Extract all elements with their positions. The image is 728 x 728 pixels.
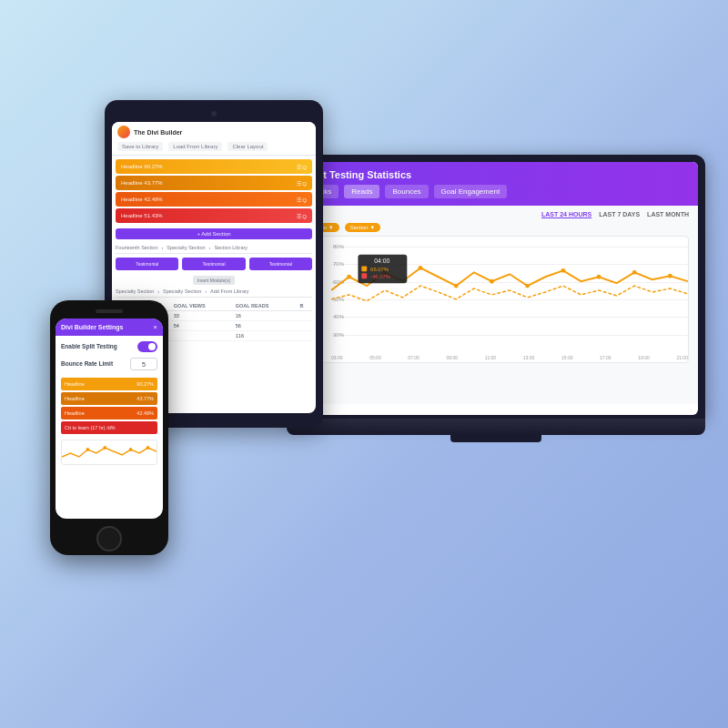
svg-point-9	[668, 274, 672, 278]
svg-point-8	[632, 270, 637, 275]
svg-text:04:00: 04:00	[374, 258, 389, 264]
tab-bounces[interactable]: Bounces	[385, 185, 428, 198]
toggle-knob	[148, 343, 156, 350]
add-section-btn[interactable]: + Add Section	[116, 228, 312, 239]
phone-home-button[interactable]	[96, 526, 122, 551]
svg-text:-46.07%: -46.07%	[370, 274, 391, 279]
brand-icon	[117, 126, 130, 138]
laptop: Split Testing Statistics Clicks Reads Bo…	[287, 155, 705, 446]
tab-goal-engagement[interactable]: Goal Engagement	[434, 185, 508, 198]
testimonial-3: Testimonial	[249, 258, 312, 270]
testimonial-2: Testimonial	[182, 258, 245, 270]
testimonial-blocks: Testimonial Testimonial Testimonial	[116, 258, 312, 270]
insert-module-btn[interactable]: Insert Module(s)	[193, 276, 235, 285]
section-nav2-item-3[interactable]: Add From Library	[210, 288, 249, 294]
phone-header: Divi Builder Settings ×	[56, 318, 163, 336]
svg-point-16	[86, 448, 89, 451]
svg-point-6	[561, 268, 565, 273]
save-library-btn[interactable]: Save to Library	[117, 142, 163, 151]
filter-7d[interactable]: LAST 7 DAYS	[599, 211, 640, 217]
phone-speaker	[96, 309, 123, 313]
phone-close-btn[interactable]: ×	[153, 323, 157, 331]
tablet-toolbar: The Divi Builder Save to Library Load Fr…	[112, 122, 316, 156]
laptop-screen: Split Testing Statistics Clicks Reads Bo…	[294, 162, 698, 415]
phone-block-3: Headline 42.49%	[61, 407, 157, 420]
section-nav2-item-1[interactable]: Specialty Section	[116, 288, 154, 294]
legend-section-2[interactable]: Section ▼	[345, 223, 381, 232]
section-nav-item-2[interactable]: Specialty Section	[167, 245, 205, 250]
color-block-3: Headline 42.49% ☰ Q	[116, 192, 312, 207]
load-library-btn[interactable]: Load From Library	[168, 142, 222, 151]
bounce-rate-label: Bounce Rate Limit	[61, 360, 113, 367]
color-block-4: Headline 51.43% ☰ Q	[116, 208, 312, 223]
color-blocks: Headline 90.27% ☰ Q Headline 43.77% ☰ Q …	[116, 159, 312, 223]
phone: Divi Builder Settings × Enable Split Tes…	[50, 300, 168, 555]
phone-content: Enable Split Testing Bounce Rate Limit 5…	[56, 336, 163, 470]
phone-mini-chart	[61, 440, 157, 465]
time-filters: LAST 24 HOURS LAST 7 DAYS LAST MONTH	[303, 211, 689, 217]
bounce-rate-input[interactable]: 5	[130, 358, 157, 370]
clear-layout-btn[interactable]: Clear Layout	[228, 142, 268, 151]
svg-point-5	[525, 284, 530, 288]
x-labels: 03:00 05:00 07:00 09:00 11:00 13:00 15:0…	[331, 355, 688, 360]
section-nav-item-1[interactable]: Fourteenth Section	[116, 245, 157, 250]
laptop-title: Split Testing Statistics	[305, 169, 687, 180]
filter-month[interactable]: LAST MONTH	[647, 211, 689, 217]
laptop-tabs: Clicks Reads Bounces Goal Engagement	[305, 185, 687, 198]
scene: Split Testing Statistics Clicks Reads Bo…	[23, 46, 705, 682]
svg-text:66.07%: 66.07%	[370, 267, 389, 272]
enable-split-testing-label: Enable Split Testing	[61, 343, 117, 349]
chart-area: 80% 70% 60% 50% 40% 30%	[303, 236, 689, 363]
chart-svg: 04:00 66.07% -46.07%	[331, 237, 688, 344]
insert-row: Insert Module(s)	[116, 276, 312, 285]
laptop-content: LAST 24 HOURS LAST 7 DAYS LAST MONTH Sec…	[294, 206, 698, 404]
svg-point-4	[490, 279, 494, 284]
svg-point-7	[597, 275, 602, 279]
tablet-camera	[211, 111, 217, 116]
section-nav2: Specialty Section › Specialty Section › …	[116, 288, 312, 298]
svg-point-18	[129, 448, 133, 451]
enable-split-testing-toggle[interactable]	[137, 341, 157, 352]
phone-block-4: Ctt to learn (17 hr) /d%	[61, 421, 157, 434]
svg-point-0	[347, 275, 351, 279]
section-nav-item-3[interactable]: Section Library	[214, 245, 248, 250]
svg-point-2	[419, 266, 423, 270]
laptop-screen-outer: Split Testing Statistics Clicks Reads Bo…	[287, 155, 705, 419]
filter-24h[interactable]: LAST 24 HOURS	[541, 211, 592, 217]
tablet-brand: The Divi Builder	[117, 126, 310, 138]
laptop-base	[287, 419, 705, 435]
phone-color-blocks: Headline 90.27% Headline 43.77% Headline…	[61, 378, 157, 434]
color-block-2: Headline 43.77% ☰ Q	[116, 176, 312, 190]
svg-rect-14	[361, 273, 367, 278]
svg-point-3	[454, 284, 459, 288]
col-goal-views: GOAL VIEWS	[171, 301, 233, 311]
section-nav2-item-2[interactable]: Specialty Section	[163, 288, 201, 294]
enable-split-testing-row: Enable Split Testing	[61, 341, 157, 352]
phone-block-2: Headline 43.77%	[61, 392, 157, 405]
toolbar-actions: Save to Library Load From Library Clear …	[117, 142, 310, 151]
svg-rect-12	[361, 266, 367, 271]
tablet-section-nav: Fourteenth Section › Specialty Section ›…	[116, 245, 312, 254]
svg-point-17	[103, 446, 106, 450]
phone-block-1: Headline 90.27%	[61, 378, 157, 390]
col-b: B	[297, 301, 312, 311]
testimonial-1: Testimonial	[116, 258, 178, 270]
chart-legend: Section ▼ Section ▼	[303, 223, 689, 232]
bounce-rate-row: Bounce Rate Limit 5	[61, 358, 157, 370]
svg-point-19	[147, 446, 150, 450]
brand-text: The Divi Builder	[134, 129, 182, 136]
phone-body: Divi Builder Settings × Enable Split Tes…	[50, 300, 168, 555]
laptop-header: Split Testing Statistics Clicks Reads Bo…	[294, 162, 698, 206]
col-goal-reads: GOAL READS	[233, 301, 298, 311]
tab-reads[interactable]: Reads	[344, 185, 379, 198]
laptop-stand	[450, 435, 541, 442]
phone-title: Divi Builder Settings	[61, 324, 123, 330]
color-block-1: Headline 90.27% ☰ Q	[116, 159, 312, 174]
phone-screen: Divi Builder Settings × Enable Split Tes…	[56, 318, 163, 519]
